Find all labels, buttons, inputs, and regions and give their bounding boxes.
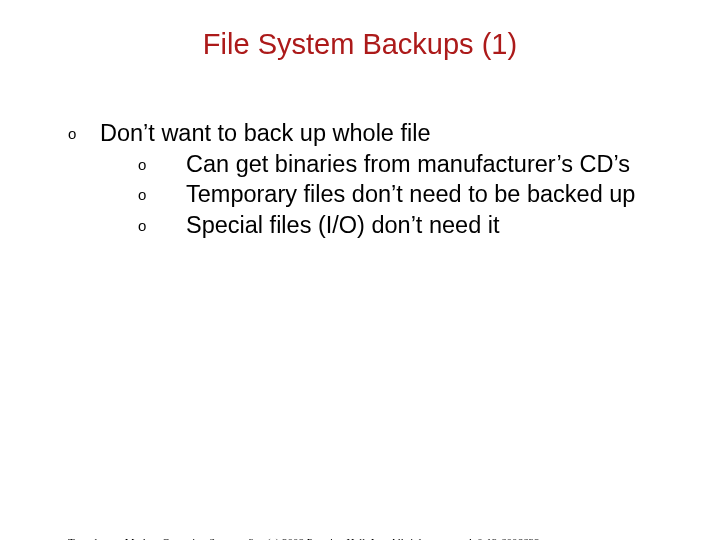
list-item: o Temporary files don’t need to be backe… [138, 180, 700, 209]
list-item-text: Temporary files don’t need to be backed … [186, 180, 700, 209]
bullet-icon: o [138, 180, 186, 204]
list-item-text: Can get binaries from manufacturer’s CD’… [186, 150, 700, 179]
bullet-icon: o [138, 211, 186, 235]
list-item: o Special files (I/O) don’t need it [138, 211, 700, 240]
list-item: o Don’t want to back up whole file [68, 119, 700, 148]
slide-title: File System Backups (1) [0, 28, 720, 61]
list-item-text: Special files (I/O) don’t need it [186, 211, 700, 240]
list-item: o Can get binaries from manufacturer’s C… [138, 150, 700, 179]
sub-list: o Can get binaries from manufacturer’s C… [138, 150, 700, 240]
slide-content: o Don’t want to back up whole file o Can… [68, 119, 700, 240]
bullet-icon: o [68, 119, 100, 143]
slide: File System Backups (1) o Don’t want to … [0, 28, 720, 540]
footer-text: Tanenbaum, Modern Operating Systems 3 e,… [68, 536, 540, 540]
bullet-icon: o [138, 150, 186, 174]
list-item-text: Don’t want to back up whole file [100, 119, 431, 148]
